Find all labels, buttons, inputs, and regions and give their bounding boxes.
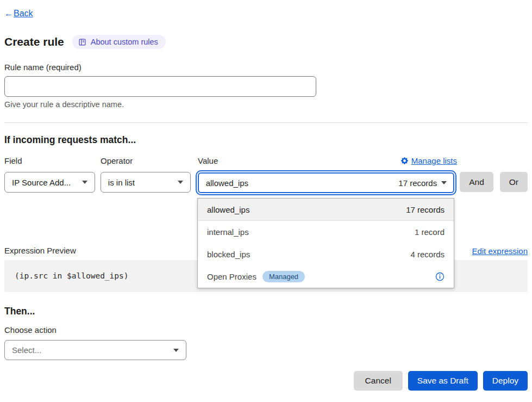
cancel-button[interactable]: Cancel [354,371,403,391]
action-select-placeholder: Select... [12,345,41,355]
back-arrow-icon: ← [4,8,13,18]
list-item-records: 17 records [406,205,445,214]
operator-select[interactable]: is in list [101,172,191,193]
edit-expression-link[interactable]: Edit expression [472,246,528,256]
chevron-down-icon [82,181,87,184]
list-item-name: allowed_ips [207,205,249,214]
book-icon [78,38,86,46]
and-button[interactable]: And [460,172,493,192]
then-section-heading: Then... [4,306,528,317]
chevron-down-icon [441,181,447,184]
page-title: Create rule [4,35,64,48]
managed-badge: Managed [262,271,305,282]
list-item-name: Open Proxies [207,272,256,281]
field-select-value: IP Source Add... [12,178,71,187]
deploy-button[interactable]: Deploy [483,371,528,391]
list-item-name: internal_ips [207,227,249,237]
rule-name-label: Rule name (required) [4,63,528,72]
about-custom-rules-label: About custom rules [91,38,158,46]
value-select-name: allowed_ips [206,178,248,188]
match-section-heading: If incoming requests match... [4,134,528,146]
section-divider [4,122,528,123]
manage-lists-label: Manage lists [411,156,457,165]
rule-name-input[interactable] [4,76,316,97]
or-button[interactable]: Or [500,172,528,192]
list-item-open-proxies[interactable]: Open Proxies Managed [198,265,454,288]
gear-icon [401,157,408,164]
save-as-draft-button[interactable]: Save as Draft [408,371,478,391]
value-dropdown-menu: allowed_ips 17 records internal_ips 1 re… [197,198,454,288]
list-item-blocked-ips[interactable]: blocked_ips 4 records [198,243,454,265]
chevron-down-icon [178,181,183,184]
back-link-label: Back [14,8,33,18]
value-select[interactable]: allowed_ips 17 records [198,172,455,193]
info-icon[interactable] [435,272,445,281]
choose-action-label: Choose action [4,325,528,335]
create-rule-page: ← Back Create rule About custom rules Ru… [0,0,532,391]
about-custom-rules-link[interactable]: About custom rules [72,35,166,49]
field-label: Field [4,156,101,165]
list-item-internal-ips[interactable]: internal_ips 1 record [198,221,454,243]
expression-preview-label: Expression Preview [4,246,76,256]
operator-select-value: is in list [108,178,135,187]
list-item-name: blocked_ips [207,250,250,259]
back-link[interactable]: ← Back [4,8,33,18]
list-item-records: 4 records [410,250,445,259]
rule-name-helper-text: Give your rule a descriptive name. [4,100,528,109]
manage-lists-link[interactable]: Manage lists [401,156,457,165]
operator-label: Operator [101,156,198,165]
value-select-records: 17 records [398,178,437,188]
value-label: Value [198,156,401,165]
list-item-records: 1 record [415,227,445,237]
list-item-allowed-ips[interactable]: allowed_ips 17 records [198,199,454,221]
action-select[interactable]: Select... [4,340,186,360]
chevron-down-icon [173,349,179,352]
field-select[interactable]: IP Source Add... [4,172,95,193]
